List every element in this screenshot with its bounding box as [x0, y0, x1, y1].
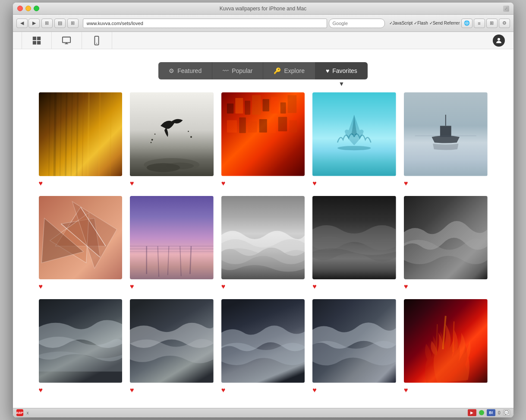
image-thumb[interactable]	[221, 299, 305, 383]
image-thumb[interactable]	[39, 92, 123, 176]
list-item[interactable]: ♥	[221, 92, 305, 188]
like-button[interactable]: ♥	[404, 385, 488, 395]
list-item[interactable]: ♥	[130, 299, 214, 395]
list-item[interactable]: ♥	[130, 92, 214, 188]
tab-favorites[interactable]: ♥ Favorites	[315, 62, 368, 79]
list-item[interactable]: ♥	[404, 299, 488, 395]
svg-rect-44	[278, 117, 287, 132]
heart-icon: ♥	[221, 386, 226, 394]
tab-popular-label: Popular	[232, 67, 252, 74]
image-thumb[interactable]	[404, 196, 488, 280]
tab-navigation: ⚙ Featured 〰 Popular 🔑 Explore ♥ Favorit…	[39, 62, 488, 79]
status-left: ABP x	[16, 409, 29, 416]
phone-nav-button[interactable]	[82, 32, 112, 49]
search-input[interactable]	[329, 19, 385, 28]
svg-rect-36	[271, 97, 279, 114]
like-button[interactable]: ♥	[130, 282, 214, 291]
comment-icon: 💬	[503, 410, 510, 416]
image-thumb[interactable]	[39, 196, 123, 280]
view-button[interactable]: ▤	[54, 19, 66, 28]
image-thumb[interactable]	[130, 92, 214, 176]
list-item[interactable]: ♥	[312, 299, 396, 395]
list-item[interactable]: ♥	[39, 92, 123, 188]
tab-popular[interactable]: 〰 Popular	[212, 62, 263, 79]
like-button[interactable]: ♥	[39, 282, 123, 291]
nav-buttons: ◀ ▶	[16, 19, 40, 28]
image-thumb[interactable]	[130, 299, 214, 383]
svg-rect-32	[235, 98, 243, 114]
like-button[interactable]: ♥	[130, 385, 214, 395]
title-bar-right: ⤢	[503, 6, 509, 12]
tab-explore[interactable]: 🔑 Explore	[263, 62, 315, 79]
ext-button[interactable]: ⊞	[486, 19, 498, 28]
image-thumb[interactable]	[312, 196, 396, 280]
bookmarks-button[interactable]: ⊞	[41, 19, 53, 28]
minimize-button[interactable]	[25, 6, 31, 11]
address-bar-area	[83, 19, 385, 28]
svg-rect-4	[63, 37, 70, 42]
image-thumb[interactable]	[404, 299, 488, 383]
image-thumb[interactable]	[221, 92, 305, 176]
forward-button[interactable]: ▶	[28, 19, 40, 28]
like-button[interactable]: ♥	[221, 179, 305, 188]
list-item[interactable]: ♥	[312, 196, 396, 292]
resize-icon[interactable]: ⤢	[503, 6, 509, 12]
image-thumb[interactable]	[312, 92, 396, 176]
image-thumb[interactable]	[312, 299, 396, 383]
like-button[interactable]: ♥	[312, 282, 396, 291]
like-button[interactable]: ♥	[312, 179, 396, 188]
like-button[interactable]: ♥	[130, 179, 214, 188]
window-title: Kuvva wallpapers for iPhone and Mac	[220, 6, 306, 12]
address-input[interactable]	[83, 19, 327, 28]
image-thumb[interactable]	[404, 92, 488, 176]
user-avatar[interactable]	[493, 35, 505, 47]
svg-rect-35	[262, 99, 269, 111]
status-count: 0	[498, 411, 501, 415]
list-item[interactable]: ♥	[130, 196, 214, 292]
popular-icon: 〰	[223, 67, 229, 74]
svg-point-24	[166, 163, 194, 169]
list-item[interactable]: ♥	[39, 299, 123, 395]
svg-line-14	[88, 92, 89, 176]
image-thumb[interactable]	[39, 299, 123, 383]
image-thumb[interactable]	[221, 196, 305, 280]
svg-rect-37	[280, 102, 286, 114]
menu-button[interactable]: ≡	[474, 19, 485, 28]
svg-line-12	[65, 92, 66, 176]
like-button[interactable]: ♥	[404, 282, 488, 291]
grid-button[interactable]: ⊞	[67, 19, 79, 28]
like-button[interactable]: ♥	[39, 179, 123, 188]
svg-rect-42	[259, 119, 267, 133]
grid-icon	[32, 36, 41, 45]
back-button[interactable]: ◀	[16, 19, 28, 28]
status-close[interactable]: x	[27, 411, 29, 415]
list-item[interactable]: ♥	[221, 196, 305, 292]
list-item[interactable]: ♥	[404, 92, 488, 188]
like-button[interactable]: ♥	[312, 385, 396, 395]
svg-rect-3	[37, 41, 40, 44]
monitor-icon	[62, 36, 71, 45]
svg-point-29	[188, 131, 189, 132]
globe-button[interactable]: 🌐	[461, 19, 472, 28]
grid-nav-button[interactable]	[22, 32, 52, 49]
like-button[interactable]: ♥	[221, 385, 305, 395]
tab-featured[interactable]: ⚙ Featured	[158, 62, 212, 79]
settings-button[interactable]: ⚙	[499, 19, 510, 28]
svg-rect-31	[227, 104, 233, 114]
svg-point-25	[151, 139, 153, 141]
svg-line-11	[54, 92, 56, 176]
list-item[interactable]: ♥	[404, 196, 488, 292]
svg-point-9	[498, 38, 500, 41]
list-item[interactable]: ♥	[39, 196, 123, 292]
like-button[interactable]: ♥	[404, 179, 488, 188]
list-item[interactable]: ♥	[221, 299, 305, 395]
tab-explore-label: Explore	[284, 67, 304, 74]
monitor-nav-button[interactable]	[52, 32, 82, 49]
like-button[interactable]: ♥	[39, 385, 123, 395]
close-button[interactable]	[17, 6, 23, 11]
list-item[interactable]: ♥	[312, 92, 396, 188]
maximize-button[interactable]	[34, 6, 39, 11]
svg-point-27	[151, 142, 152, 143]
like-button[interactable]: ♥	[221, 282, 305, 291]
image-thumb[interactable]	[130, 196, 214, 280]
